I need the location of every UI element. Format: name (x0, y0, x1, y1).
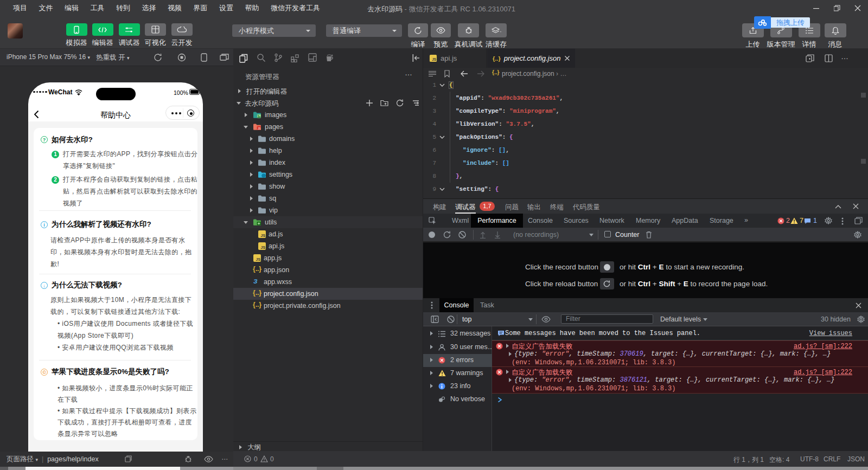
svg-text:JS: JS (261, 234, 266, 237)
svg-text:JS: JS (432, 57, 437, 61)
svg-text:JS: JS (261, 246, 266, 249)
svg-text:JS: JS (256, 257, 261, 261)
svg-text:JS: JS (258, 127, 261, 130)
